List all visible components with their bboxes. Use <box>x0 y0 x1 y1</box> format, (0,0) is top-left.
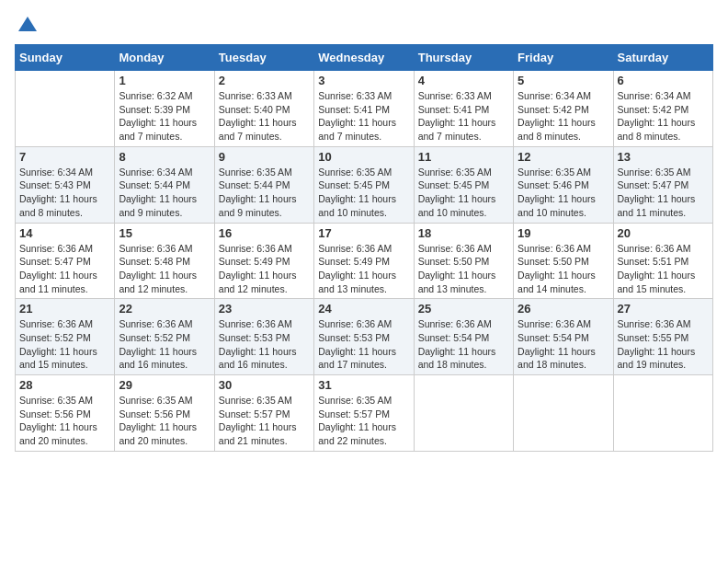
day-info: Sunrise: 6:34 AMSunset: 5:42 PMDaylight:… <box>618 89 709 144</box>
calendar-cell: 2Sunrise: 6:33 AMSunset: 5:40 PMDaylight… <box>214 71 313 147</box>
day-number: 15 <box>119 226 210 240</box>
day-number: 20 <box>618 226 709 240</box>
header-wednesday: Wednesday <box>314 45 414 71</box>
day-info: Sunrise: 6:35 AMSunset: 5:57 PMDaylight:… <box>219 394 310 448</box>
day-number: 17 <box>318 226 409 240</box>
calendar-week-row: 21Sunrise: 6:36 AMSunset: 5:52 PMDayligh… <box>16 299 713 375</box>
day-number: 26 <box>518 302 609 316</box>
day-number: 9 <box>219 150 310 164</box>
day-number: 1 <box>119 74 210 87</box>
calendar-table: SundayMondayTuesdayWednesdayThursdayFrid… <box>15 44 713 452</box>
day-info: Sunrise: 6:36 AMSunset: 5:47 PMDaylight:… <box>19 242 110 296</box>
calendar-week-row: 28Sunrise: 6:35 AMSunset: 5:56 PMDayligh… <box>16 375 713 452</box>
calendar-cell <box>514 375 613 452</box>
logo-icon <box>17 15 39 37</box>
day-number: 5 <box>518 74 609 87</box>
calendar-cell: 13Sunrise: 6:35 AMSunset: 5:47 PMDayligh… <box>613 146 712 223</box>
calendar-cell: 25Sunrise: 6:36 AMSunset: 5:54 PMDayligh… <box>414 299 513 375</box>
day-number: 25 <box>418 302 509 316</box>
calendar-cell: 11Sunrise: 6:35 AMSunset: 5:45 PMDayligh… <box>414 146 513 223</box>
calendar-cell: 12Sunrise: 6:35 AMSunset: 5:46 PMDayligh… <box>514 146 613 223</box>
day-number: 14 <box>19 226 110 240</box>
calendar-cell: 17Sunrise: 6:36 AMSunset: 5:49 PMDayligh… <box>314 223 414 299</box>
calendar-cell: 8Sunrise: 6:34 AMSunset: 5:44 PMDaylight… <box>115 146 214 223</box>
day-info: Sunrise: 6:36 AMSunset: 5:53 PMDaylight:… <box>318 317 409 372</box>
day-info: Sunrise: 6:36 AMSunset: 5:52 PMDaylight:… <box>19 317 110 372</box>
day-info: Sunrise: 6:35 AMSunset: 5:45 PMDaylight:… <box>418 166 509 220</box>
calendar-cell: 7Sunrise: 6:34 AMSunset: 5:43 PMDaylight… <box>16 146 115 223</box>
day-number: 18 <box>418 226 509 240</box>
calendar-cell <box>613 375 712 452</box>
header-tuesday: Tuesday <box>214 45 313 71</box>
logo <box>15 15 39 37</box>
calendar-cell: 23Sunrise: 6:36 AMSunset: 5:53 PMDayligh… <box>214 299 313 375</box>
calendar-cell: 28Sunrise: 6:35 AMSunset: 5:56 PMDayligh… <box>16 375 115 452</box>
calendar-cell: 22Sunrise: 6:36 AMSunset: 5:52 PMDayligh… <box>115 299 214 375</box>
day-info: Sunrise: 6:35 AMSunset: 5:56 PMDaylight:… <box>119 394 210 448</box>
calendar-cell: 6Sunrise: 6:34 AMSunset: 5:42 PMDaylight… <box>613 71 712 147</box>
day-number: 10 <box>318 150 409 164</box>
calendar-cell <box>16 71 115 147</box>
day-info: Sunrise: 6:34 AMSunset: 5:44 PMDaylight:… <box>119 166 210 220</box>
calendar-cell: 19Sunrise: 6:36 AMSunset: 5:50 PMDayligh… <box>514 223 613 299</box>
calendar-cell: 16Sunrise: 6:36 AMSunset: 5:49 PMDayligh… <box>214 223 313 299</box>
day-number: 16 <box>219 226 310 240</box>
day-info: Sunrise: 6:35 AMSunset: 5:46 PMDaylight:… <box>518 166 609 220</box>
day-info: Sunrise: 6:35 AMSunset: 5:44 PMDaylight:… <box>219 166 310 220</box>
day-info: Sunrise: 6:33 AMSunset: 5:41 PMDaylight:… <box>418 89 509 144</box>
day-number: 12 <box>518 150 609 164</box>
day-number: 11 <box>418 150 509 164</box>
header-saturday: Saturday <box>613 45 712 71</box>
calendar-week-row: 14Sunrise: 6:36 AMSunset: 5:47 PMDayligh… <box>16 223 713 299</box>
header-thursday: Thursday <box>414 45 513 71</box>
calendar-cell: 1Sunrise: 6:32 AMSunset: 5:39 PMDaylight… <box>115 71 214 147</box>
calendar-cell <box>414 375 513 452</box>
day-info: Sunrise: 6:35 AMSunset: 5:57 PMDaylight:… <box>318 394 409 448</box>
day-info: Sunrise: 6:36 AMSunset: 5:49 PMDaylight:… <box>219 242 310 296</box>
calendar-cell: 3Sunrise: 6:33 AMSunset: 5:41 PMDaylight… <box>314 71 414 147</box>
calendar-cell: 20Sunrise: 6:36 AMSunset: 5:51 PMDayligh… <box>613 223 712 299</box>
day-number: 21 <box>19 302 110 316</box>
day-info: Sunrise: 6:36 AMSunset: 5:52 PMDaylight:… <box>119 317 210 372</box>
day-number: 24 <box>318 302 409 316</box>
day-number: 27 <box>618 302 709 316</box>
day-info: Sunrise: 6:36 AMSunset: 5:54 PMDaylight:… <box>418 317 509 372</box>
day-number: 13 <box>618 150 709 164</box>
svg-marker-0 <box>18 17 37 31</box>
header-friday: Friday <box>514 45 613 71</box>
calendar-cell: 31Sunrise: 6:35 AMSunset: 5:57 PMDayligh… <box>314 375 414 452</box>
day-number: 4 <box>418 74 509 87</box>
day-info: Sunrise: 6:36 AMSunset: 5:55 PMDaylight:… <box>618 317 709 372</box>
calendar-cell: 30Sunrise: 6:35 AMSunset: 5:57 PMDayligh… <box>214 375 313 452</box>
day-number: 28 <box>19 378 110 392</box>
day-number: 29 <box>119 378 210 392</box>
day-info: Sunrise: 6:36 AMSunset: 5:50 PMDaylight:… <box>418 242 509 296</box>
calendar-cell: 10Sunrise: 6:35 AMSunset: 5:45 PMDayligh… <box>314 146 414 223</box>
day-info: Sunrise: 6:32 AMSunset: 5:39 PMDaylight:… <box>119 89 210 144</box>
day-number: 22 <box>119 302 210 316</box>
calendar-cell: 29Sunrise: 6:35 AMSunset: 5:56 PMDayligh… <box>115 375 214 452</box>
day-number: 31 <box>318 378 409 392</box>
header-sunday: Sunday <box>16 45 115 71</box>
day-number: 8 <box>119 150 210 164</box>
calendar-cell: 9Sunrise: 6:35 AMSunset: 5:44 PMDaylight… <box>214 146 313 223</box>
day-info: Sunrise: 6:35 AMSunset: 5:56 PMDaylight:… <box>19 394 110 448</box>
day-info: Sunrise: 6:36 AMSunset: 5:50 PMDaylight:… <box>518 242 609 296</box>
day-info: Sunrise: 6:34 AMSunset: 5:43 PMDaylight:… <box>19 166 110 220</box>
calendar-week-row: 1Sunrise: 6:32 AMSunset: 5:39 PMDaylight… <box>16 71 713 147</box>
day-number: 19 <box>518 226 609 240</box>
calendar-cell: 21Sunrise: 6:36 AMSunset: 5:52 PMDayligh… <box>16 299 115 375</box>
day-number: 6 <box>618 74 709 87</box>
day-number: 2 <box>219 74 310 87</box>
calendar-cell: 26Sunrise: 6:36 AMSunset: 5:54 PMDayligh… <box>514 299 613 375</box>
calendar-week-row: 7Sunrise: 6:34 AMSunset: 5:43 PMDaylight… <box>16 146 713 223</box>
day-info: Sunrise: 6:35 AMSunset: 5:45 PMDaylight:… <box>318 166 409 220</box>
calendar-cell: 5Sunrise: 6:34 AMSunset: 5:42 PMDaylight… <box>514 71 613 147</box>
calendar-cell: 27Sunrise: 6:36 AMSunset: 5:55 PMDayligh… <box>613 299 712 375</box>
calendar-cell: 24Sunrise: 6:36 AMSunset: 5:53 PMDayligh… <box>314 299 414 375</box>
calendar-cell: 15Sunrise: 6:36 AMSunset: 5:48 PMDayligh… <box>115 223 214 299</box>
day-info: Sunrise: 6:36 AMSunset: 5:48 PMDaylight:… <box>119 242 210 296</box>
day-info: Sunrise: 6:33 AMSunset: 5:41 PMDaylight:… <box>318 89 409 144</box>
header-monday: Monday <box>115 45 214 71</box>
day-info: Sunrise: 6:36 AMSunset: 5:51 PMDaylight:… <box>618 242 709 296</box>
